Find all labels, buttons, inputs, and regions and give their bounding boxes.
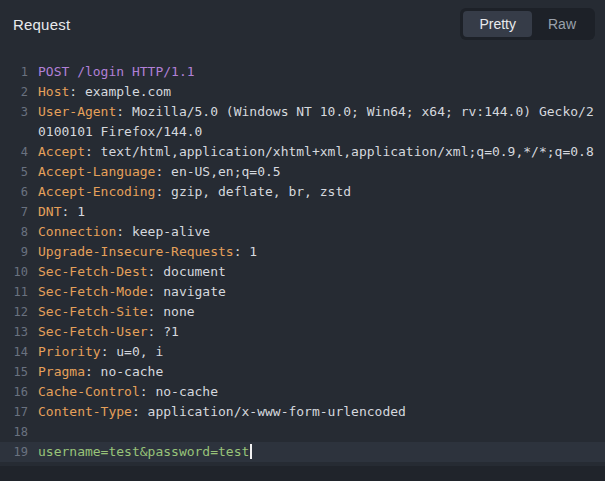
code-text: Pragma: no-cache [28, 362, 163, 382]
line-number: 19 [0, 442, 28, 462]
request-editor[interactable]: 1POST /login HTTP/1.12Host: example.com3… [0, 48, 605, 462]
line-number: 9 [0, 242, 28, 262]
line-number: 11 [0, 282, 28, 302]
tab-pretty[interactable]: Pretty [463, 11, 532, 37]
line-number: 16 [0, 382, 28, 402]
line-number: 12 [0, 302, 28, 322]
panel-title: Request [13, 16, 70, 33]
code-line[interactable]: 16Cache-Control: no-cache [0, 382, 605, 402]
code-text [28, 422, 38, 442]
code-line[interactable]: 14Priority: u=0, i [0, 342, 605, 362]
tab-raw[interactable]: Raw [532, 11, 592, 37]
code-line[interactable]: 5Accept-Language: en-US,en;q=0.5 [0, 162, 605, 182]
request-editor-lines: 1POST /login HTTP/1.12Host: example.com3… [0, 62, 605, 462]
code-line[interactable]: 1POST /login HTTP/1.1 [0, 62, 605, 82]
code-text: Priority: u=0, i [28, 342, 163, 362]
code-line[interactable]: 19username=test&password=test [0, 442, 605, 462]
line-number: 3 [0, 102, 28, 122]
line-number: 4 [0, 142, 28, 162]
code-line[interactable]: 0100101 Firefox/144.0 [0, 122, 605, 142]
line-number: 17 [0, 402, 28, 422]
code-text: Sec-Fetch-User: ?1 [28, 322, 179, 342]
code-line[interactable]: 7DNT: 1 [0, 202, 605, 222]
code-line[interactable]: 8Connection: keep-alive [0, 222, 605, 242]
code-text: Accept: text/html,application/xhtml+xml,… [28, 142, 594, 162]
code-line[interactable]: 6Accept-Encoding: gzip, deflate, br, zst… [0, 182, 605, 202]
code-text: DNT: 1 [28, 202, 85, 222]
code-line[interactable]: 4Accept: text/html,application/xhtml+xml… [0, 142, 605, 162]
code-line[interactable]: 10Sec-Fetch-Dest: document [0, 262, 605, 282]
code-text: Content-Type: application/x-www-form-url… [28, 402, 406, 422]
line-number: 2 [0, 82, 28, 102]
line-number: 18 [0, 422, 28, 442]
line-number: 8 [0, 222, 28, 242]
code-text: Accept-Encoding: gzip, deflate, br, zstd [28, 182, 351, 202]
view-mode-tabs: Pretty Raw [460, 8, 595, 40]
code-line[interactable]: 11Sec-Fetch-Mode: navigate [0, 282, 605, 302]
text-cursor [250, 444, 252, 459]
code-text: Cache-Control: no-cache [28, 382, 218, 402]
code-text: username=test&password=test [28, 442, 252, 462]
line-number: 1 [0, 62, 28, 82]
line-number [0, 122, 28, 142]
code-text: POST /login HTTP/1.1 [28, 62, 195, 82]
code-text: Host: example.com [28, 82, 171, 102]
line-number: 14 [0, 342, 28, 362]
code-text: Sec-Fetch-Dest: document [28, 262, 226, 282]
code-line[interactable]: 15Pragma: no-cache [0, 362, 605, 382]
code-text: Connection: keep-alive [28, 222, 210, 242]
code-line[interactable]: 18 [0, 422, 605, 442]
line-number: 15 [0, 362, 28, 382]
code-text: Sec-Fetch-Mode: navigate [28, 282, 226, 302]
line-number: 5 [0, 162, 28, 182]
code-line[interactable]: 2Host: example.com [0, 82, 605, 102]
line-number: 6 [0, 182, 28, 202]
code-line[interactable]: 3User-Agent: Mozilla/5.0 (Windows NT 10.… [0, 102, 605, 122]
code-text: 0100101 Firefox/144.0 [28, 122, 202, 142]
code-line[interactable]: 13Sec-Fetch-User: ?1 [0, 322, 605, 342]
code-line[interactable]: 12Sec-Fetch-Site: none [0, 302, 605, 322]
code-line[interactable]: 9Upgrade-Insecure-Requests: 1 [0, 242, 605, 262]
code-line[interactable]: 17Content-Type: application/x-www-form-u… [0, 402, 605, 422]
code-text: Accept-Language: en-US,en;q=0.5 [28, 162, 281, 182]
code-text: Upgrade-Insecure-Requests: 1 [28, 242, 257, 262]
line-number: 13 [0, 322, 28, 342]
code-text: Sec-Fetch-Site: none [28, 302, 195, 322]
request-panel-header: Request Pretty Raw [0, 0, 605, 48]
editor-bottom-edge [0, 466, 605, 481]
code-text: User-Agent: Mozilla/5.0 (Windows NT 10.0… [28, 102, 594, 122]
line-number: 10 [0, 262, 28, 282]
line-number: 7 [0, 202, 28, 222]
